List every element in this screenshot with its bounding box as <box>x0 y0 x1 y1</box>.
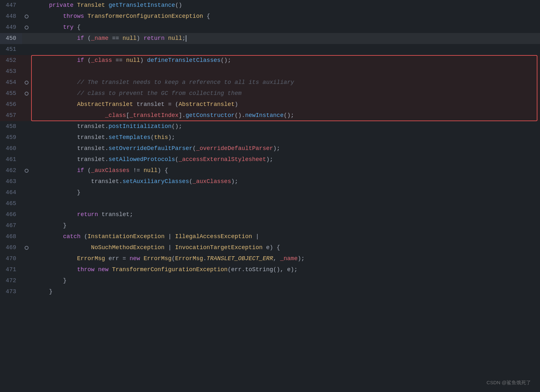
line-number: 465 <box>0 198 22 209</box>
breakpoint-area[interactable] <box>22 209 31 220</box>
token: ErrorMsg <box>175 254 203 263</box>
breakpoint-area[interactable] <box>22 88 31 99</box>
token: if <box>77 34 84 43</box>
token: InstantiationException <box>88 232 165 241</box>
token: null <box>168 34 182 43</box>
token: _auxClasses <box>91 166 130 175</box>
breakpoint-dot <box>25 92 29 96</box>
breakpoint-dot <box>25 81 29 85</box>
code-content: if (_name == null) return null; <box>31 33 540 44</box>
token <box>35 34 77 43</box>
breakpoint-area[interactable] <box>22 22 31 33</box>
line-number: 455 <box>0 88 22 99</box>
code-content: private Translet getTransletInstance() <box>31 0 540 11</box>
breakpoint-area[interactable] <box>22 0 31 11</box>
line-number: 471 <box>0 264 22 275</box>
token <box>35 12 63 21</box>
token <box>35 133 77 142</box>
token: ( <box>175 155 179 164</box>
breakpoint-area[interactable] <box>22 165 31 176</box>
token: e) { <box>263 243 280 252</box>
breakpoint-area[interactable] <box>22 242 31 253</box>
token: . <box>203 254 207 263</box>
breakpoint-area[interactable] <box>22 33 31 44</box>
token <box>35 254 77 263</box>
token: (); <box>171 122 182 131</box>
breakpoint-area[interactable] <box>22 253 31 264</box>
token: getTransletInstance <box>109 1 175 10</box>
breakpoint-dot <box>25 15 29 18</box>
token: Translet <box>77 1 105 10</box>
breakpoint-area[interactable] <box>22 176 31 187</box>
breakpoint-area[interactable] <box>22 275 31 286</box>
token: NoSuchMethodException <box>91 243 165 252</box>
code-line-464: 464 } <box>0 187 540 198</box>
token: (). <box>235 111 245 120</box>
code-line-459: 459 translet.setTemplates(this); <box>0 132 540 143</box>
code-content: throw new TransformerConfigurationExcept… <box>31 264 540 275</box>
breakpoint-area[interactable] <box>22 44 31 55</box>
token: ErrorMsg <box>77 254 105 263</box>
breakpoint-area[interactable] <box>22 66 31 77</box>
token: ( <box>150 133 154 142</box>
breakpoint-area[interactable] <box>22 77 31 88</box>
token <box>35 56 77 65</box>
breakpoint-area[interactable] <box>22 264 31 275</box>
breakpoint-area[interactable] <box>22 99 31 110</box>
breakpoint-area[interactable] <box>22 110 31 121</box>
code-line-449: 449 try { <box>0 22 540 33</box>
code-content: } <box>31 187 540 198</box>
token: } <box>35 276 66 285</box>
breakpoint-area[interactable] <box>22 286 31 297</box>
token: | <box>165 232 175 241</box>
line-number: 451 <box>0 44 22 55</box>
token: ( <box>84 56 91 65</box>
token: throws <box>63 12 84 21</box>
token: } <box>35 188 80 197</box>
token: , <box>273 254 280 263</box>
token: ( <box>84 34 91 43</box>
code-content: throws TransformerConfigurationException… <box>31 11 540 22</box>
line-number: 458 <box>0 121 22 132</box>
token <box>35 100 77 109</box>
token: | <box>165 243 175 252</box>
code-line-472: 472 } <box>0 275 540 286</box>
token <box>35 122 77 131</box>
breakpoint-area[interactable] <box>22 132 31 143</box>
code-line-452: 452 if (_class == null) defineTransletCl… <box>0 55 540 66</box>
code-line-463: 463 translet.setAuxiliaryClasses(_auxCla… <box>0 176 540 187</box>
code-content: translet.setAllowedProtocols(_accessExte… <box>31 154 540 165</box>
breakpoint-area[interactable] <box>22 11 31 22</box>
code-line-454: 454 // The translet needs to keep a refe… <box>0 77 540 88</box>
token: == <box>112 56 126 65</box>
breakpoint-area[interactable] <box>22 198 31 209</box>
token: ); <box>266 155 273 164</box>
token: new <box>130 254 140 263</box>
code-line-455: 455 // class to prevent the GC from coll… <box>0 88 540 99</box>
token: . <box>105 144 109 153</box>
token: throw <box>77 265 95 274</box>
breakpoint-area[interactable] <box>22 154 31 165</box>
line-number: 459 <box>0 132 22 143</box>
breakpoint-area[interactable] <box>22 121 31 132</box>
token: { <box>74 23 81 32</box>
breakpoint-area[interactable] <box>22 55 31 66</box>
token: if <box>77 166 84 175</box>
breakpoint-area[interactable] <box>22 143 31 154</box>
code-content: } <box>31 286 540 297</box>
breakpoint-area[interactable] <box>22 220 31 231</box>
code-content: return translet; <box>31 209 540 220</box>
token: newInstance <box>245 111 284 120</box>
code-line-458: 458 translet.postInitialization(); <box>0 121 540 132</box>
code-content: if (_auxClasses != null) { <box>31 165 540 176</box>
line-number: 461 <box>0 154 22 165</box>
token: [ <box>126 111 130 120</box>
breakpoint-area[interactable] <box>22 187 31 198</box>
token: translet = ( <box>133 100 178 109</box>
code-content: catch (InstantiationException | IllegalA… <box>31 231 540 242</box>
token: setAuxiliaryClasses <box>123 177 189 186</box>
breakpoint-area[interactable] <box>22 231 31 242</box>
code-content: translet.setOverrideDefaultParser(_overr… <box>31 143 540 154</box>
token: _name <box>280 254 298 263</box>
code-content: if (_class == null) defineTransletClasse… <box>31 55 540 66</box>
